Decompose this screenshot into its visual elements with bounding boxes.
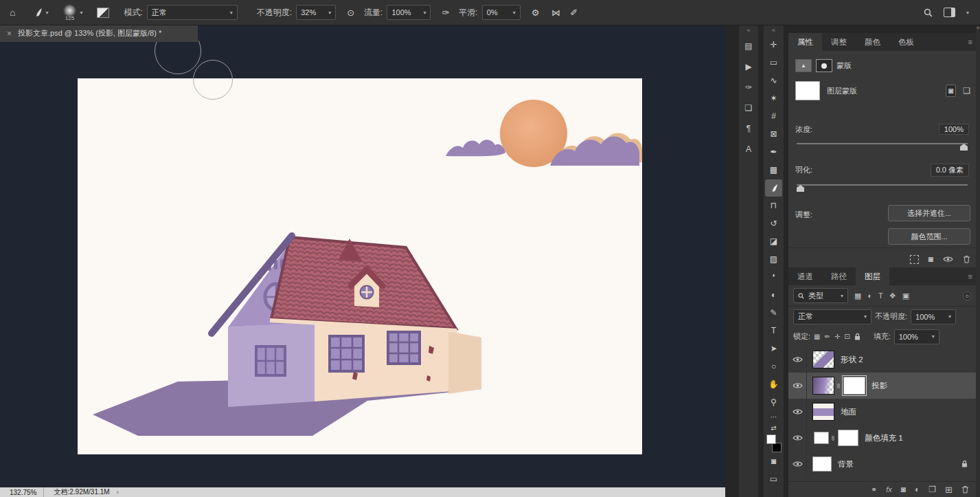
load-selection-from-mask-icon[interactable] [910,255,919,264]
layer-row-shape2[interactable]: 形状 2 [788,346,976,373]
workspace-icon[interactable] [944,8,955,17]
layer-mask-thumbnail[interactable] [843,377,865,395]
tab-adjustments[interactable]: 调整 [822,33,856,51]
canvas-artboard[interactable] [78,78,642,454]
smoothing-field[interactable]: 0% ▾ [482,5,521,20]
edit-toolbar-icon[interactable]: ⋯ [765,412,782,422]
mask-target-icon[interactable]: ❏ [963,86,970,96]
mask-link-icon[interactable]: ∞ [835,383,843,388]
visibility-toggle[interactable] [788,399,807,425]
pressure-size-icon[interactable]: ✐ [570,8,578,18]
layer-thumbnail[interactable] [812,403,834,421]
close-tab-icon[interactable]: × [7,29,12,38]
panel-list-icon[interactable]: ▤ [740,36,757,56]
brush-settings-icon[interactable]: ✑ [740,77,757,98]
layer-blend-mode-select[interactable]: 正常 ▾ [793,309,871,324]
brush-preset-caret-icon[interactable]: ▾ [80,10,82,16]
mask-badge-icon[interactable]: ◙ [946,85,956,97]
airbrush-icon[interactable]: ✑ [442,8,449,18]
screen-mode-icon[interactable]: ▭ [765,471,782,488]
feather-value-field[interactable]: 0.0 像素 [931,164,969,177]
crop-tool[interactable]: # [765,108,782,125]
home-icon[interactable]: ⌂ [10,7,15,18]
visibility-toggle[interactable] [788,451,807,477]
foreground-color-swatch[interactable] [766,434,776,444]
lock-artboard-icon[interactable]: ⊡ [844,333,850,340]
dodge-tool[interactable]: ◐ [765,287,782,304]
filter-toggle-icon[interactable]: ○ [963,291,971,300]
apply-mask-icon[interactable]: ◙ [928,254,933,264]
layer-row-ground[interactable]: 地面 [788,399,976,425]
filter-pixel-icon[interactable]: ▦ [854,291,861,300]
status-chevron-icon[interactable]: › [117,489,119,496]
panel-menu-icon[interactable]: ≡ [968,33,972,51]
visibility-toggle[interactable] [788,346,807,373]
clone-stamp-tool[interactable]: ⊓ [765,197,782,214]
pen-tool[interactable]: ✎ [765,305,782,322]
character-panel-icon[interactable]: A [740,139,757,159]
document-tab[interactable]: × 投影文章.psd @ 133% (投影, 图层蒙版/8) * [0,25,198,42]
lock-position-icon[interactable]: ✛ [834,333,840,340]
tab-channels[interactable]: 通道 [788,267,822,285]
lock-pixels-icon[interactable]: ✏ [825,333,830,340]
layer-mask-thumbnail[interactable] [795,81,820,100]
opacity-field[interactable]: 32% ▾ [296,5,336,20]
layer-mask-mode-icon[interactable] [816,59,832,72]
feather-slider-knob[interactable] [797,185,804,192]
brush-tool[interactable] [765,179,782,197]
mask-link-icon[interactable]: ∞ [830,435,837,440]
shape-tool[interactable]: ○ [765,358,782,375]
density-value-field[interactable]: 100% [939,124,969,135]
layer-thumbnail[interactable] [812,456,832,472]
path-selection-tool[interactable]: ➤ [765,340,782,357]
layer-mask-thumbnail[interactable] [838,430,858,446]
symmetry-icon[interactable]: ⋈ [551,8,560,18]
zoom-tool[interactable]: ⚲ [765,394,782,411]
link-layers-icon[interactable]: ⚭ [871,485,877,494]
new-layer-icon[interactable]: ⊞ [945,485,953,495]
layer-thumbnail[interactable] [812,351,834,368]
color-range-button[interactable]: 颜色范围... [888,228,970,245]
pixel-layer-icon[interactable]: ▲ [795,59,812,72]
brush-tool-options-icon[interactable] [33,8,43,17]
density-slider-knob[interactable] [960,144,968,151]
layer-style-fx-icon[interactable]: fx [886,485,892,494]
brush-preset-picker[interactable]: 125 [59,4,80,21]
density-slider[interactable] [797,142,968,150]
tab-swatches[interactable]: 色板 [889,33,923,51]
color-swatches[interactable] [766,434,782,452]
tab-color[interactable]: 颜色 [856,33,889,51]
marquee-tool[interactable]: ▭ [765,54,782,71]
select-and-mask-button[interactable]: 选择并遮住... [888,205,970,221]
dock-edge-strip[interactable]: « [976,25,980,497]
tab-paths[interactable]: 路径 [822,267,856,285]
feather-slider[interactable] [797,183,968,191]
new-group-icon[interactable]: ❐ [928,485,936,494]
frame-tool[interactable]: ⊠ [765,126,782,143]
layer-row-background[interactable]: 背景 [788,451,976,477]
type-tool[interactable]: T [765,322,782,340]
tab-layers[interactable]: 图层 [856,267,889,285]
fill-swatch-thumbnail[interactable] [814,432,829,444]
visibility-toggle[interactable] [788,373,807,399]
actions-panel-icon[interactable]: ▶ [740,56,757,77]
visibility-toggle[interactable] [788,425,807,451]
pressure-opacity-icon[interactable]: ⊙ [347,8,354,18]
eyedropper-tool[interactable]: ✒ [765,144,782,161]
workspace-caret-icon[interactable]: ▾ [966,10,969,16]
layer-name[interactable]: 地面 [841,407,856,417]
expand-toolbar-icon[interactable]: « [764,25,784,36]
lock-transparency-icon[interactable]: ▦ [814,333,820,340]
add-layer-mask-icon[interactable]: ◙ [901,485,906,494]
hand-tool[interactable]: ✋ [765,376,782,393]
gear-icon[interactable]: ⚙ [532,8,540,18]
blur-tool[interactable]: ❛ [765,269,782,286]
fill-field[interactable]: 100% ▾ [894,329,939,344]
brush-settings-panel-icon[interactable] [97,8,109,18]
paragraph-panel-icon[interactable]: ¶ [740,118,757,139]
filter-shape-icon[interactable]: ❖ [889,291,896,300]
move-tool[interactable]: ✛ [765,36,782,54]
background-lock-icon[interactable] [961,458,968,470]
filter-kind-select[interactable]: 类型 ▾ [793,288,848,303]
new-adjustment-layer-icon[interactable]: ◐ [915,485,920,494]
